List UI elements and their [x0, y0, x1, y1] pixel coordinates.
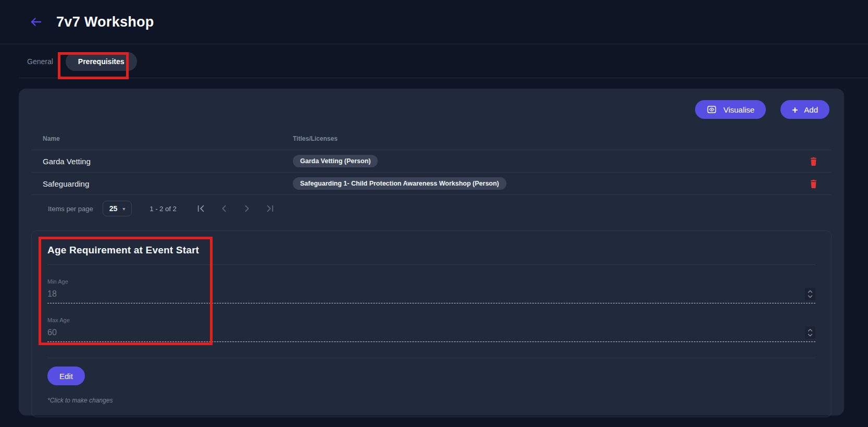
- row-titles: Garda Vetting (Person): [293, 155, 801, 167]
- page-title: 7v7 Workshop: [56, 14, 154, 30]
- plus-icon: +: [792, 105, 798, 115]
- prerequisites-card: Visualise + Add Name Titles/Licenses Gar…: [19, 89, 844, 416]
- visualise-label: Visualise: [723, 105, 754, 114]
- previous-page-button[interactable]: [215, 201, 233, 216]
- max-age-spinner[interactable]: [805, 326, 815, 339]
- chevron-up-down-icon: [808, 328, 813, 337]
- min-age-label: Min Age: [47, 278, 815, 285]
- chevron-left-icon: [220, 204, 228, 213]
- table-row[interactable]: Safeguarding Safeguarding 1- Child Prote…: [31, 173, 832, 195]
- caret-down-icon: ▾: [122, 206, 125, 212]
- max-age-label: Max Age: [47, 317, 815, 323]
- items-per-page-label: Items per page: [48, 205, 93, 213]
- first-page-icon: [196, 204, 206, 213]
- min-age-input[interactable]: [47, 289, 256, 299]
- delete-row-button[interactable]: [809, 179, 818, 189]
- pager-nav: [192, 201, 279, 216]
- visualise-button[interactable]: Visualise: [695, 100, 766, 119]
- title-badge: Safeguarding 1- Child Protection Awarene…: [293, 177, 506, 190]
- age-requirement-card: Age Requirement at Event Start Min Age M…: [31, 230, 832, 417]
- back-button[interactable]: [29, 15, 43, 29]
- table-row[interactable]: Garda Vetting Garda Vetting (Person): [31, 150, 832, 173]
- tab-prerequisites[interactable]: Prerequisites: [66, 52, 137, 71]
- trash-icon: [809, 156, 818, 166]
- form-divider: [47, 358, 815, 358]
- title-badge: Garda Vetting (Person): [293, 155, 378, 167]
- min-age-field: Min Age: [47, 278, 815, 303]
- trash-icon: [809, 179, 818, 189]
- edit-button[interactable]: Edit: [47, 367, 85, 385]
- app-header: 7v7 Workshop: [0, 0, 868, 44]
- title-divider: [47, 264, 815, 265]
- row-titles: Safeguarding 1- Child Protection Awarene…: [293, 177, 801, 190]
- max-age-input-row: [47, 326, 815, 342]
- first-page-button[interactable]: [192, 201, 210, 216]
- back-arrow-icon: [30, 17, 42, 27]
- row-name: Garda Vetting: [43, 157, 293, 166]
- add-button[interactable]: + Add: [780, 100, 829, 119]
- last-page-button[interactable]: [261, 201, 279, 216]
- eye-preview-icon: [706, 104, 717, 115]
- tab-general[interactable]: General: [27, 57, 53, 66]
- row-name: Safeguarding: [43, 179, 293, 188]
- next-page-button[interactable]: [238, 201, 256, 216]
- delete-row-button[interactable]: [809, 156, 818, 166]
- edit-footnote: *Click to make changes: [47, 397, 815, 404]
- add-label: Add: [804, 105, 818, 114]
- tabbar-divider: [19, 78, 868, 78]
- chevron-up-down-icon: [808, 289, 813, 299]
- prerequisites-table: Name Titles/Licenses Garda Vetting Garda…: [31, 127, 832, 195]
- page-size-value: 25: [109, 204, 118, 213]
- page-range-label: 1 - 2 of 2: [150, 205, 176, 213]
- age-requirement-title: Age Requirement at Event Start: [47, 245, 815, 256]
- min-age-spinner[interactable]: [805, 288, 815, 300]
- min-age-input-row: [47, 288, 815, 303]
- page-size-select[interactable]: 25 ▾: [103, 201, 132, 216]
- chevron-right-icon: [243, 204, 251, 213]
- table-header-row: Name Titles/Licenses: [31, 127, 832, 150]
- last-page-icon: [265, 204, 275, 213]
- max-age-input[interactable]: [47, 328, 256, 337]
- card-toolbar: Visualise + Add: [31, 100, 832, 119]
- tab-bar: General Prerequisites: [0, 44, 868, 78]
- paginator: Items per page 25 ▾ 1 - 2 of 2: [31, 195, 832, 222]
- max-age-field: Max Age: [47, 317, 815, 342]
- column-header-titles: Titles/Licenses: [293, 135, 801, 142]
- column-header-name: Name: [43, 135, 293, 142]
